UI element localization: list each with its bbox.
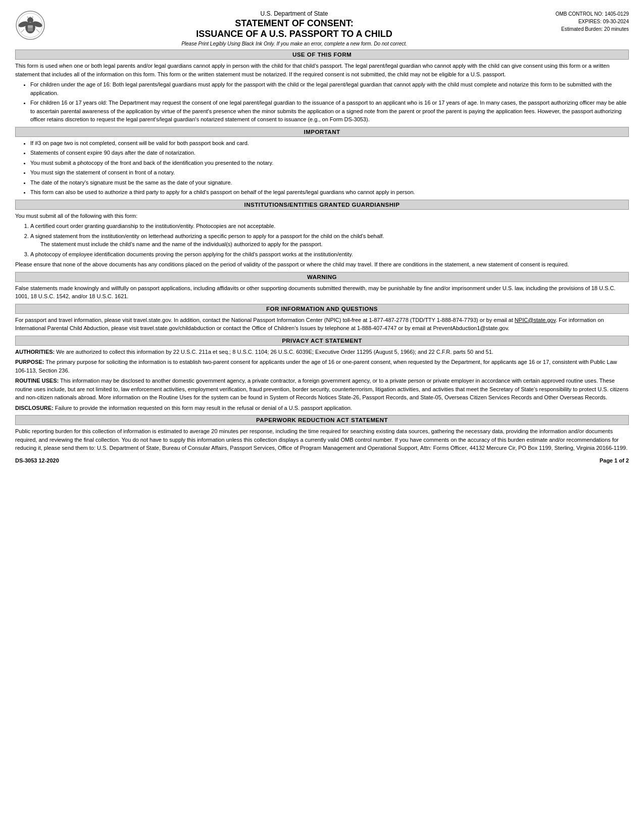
- institutions-list: A certified court order granting guardia…: [30, 222, 629, 258]
- information-content: For passport and travel information, ple…: [15, 316, 629, 333]
- omb-control: OMB CONTROL NO: 1405-0129: [538, 10, 629, 18]
- bullet1-text: For children under the age of 16: Both l…: [30, 81, 612, 96]
- disclosure-label: DISCLOSURE:: [15, 405, 54, 411]
- important-item-3: You must submit a photocopy of the front…: [30, 159, 629, 167]
- form-title-2: ISSUANCE OF A U.S. PASSPORT TO A CHILD: [51, 29, 538, 39]
- privacy-purpose: PURPOSE: The primary purpose for solicit…: [15, 358, 629, 375]
- information-text: For passport and travel information, ple…: [15, 316, 629, 333]
- use-of-form-bullet-2: For children 16 or 17 years old: The Dep…: [30, 99, 629, 124]
- warning-text: False statements made knowingly and will…: [15, 284, 629, 301]
- institutions-item-3: A photocopy of employee identification d…: [30, 250, 629, 259]
- department-seal: ★ ★ ★: [15, 10, 45, 40]
- department-name: U.S. Department of State: [51, 10, 538, 17]
- institutions-intro: You must submit all of the following wit…: [15, 212, 629, 220]
- header-area: ★ ★ ★ U.S. Department of State STATEMENT…: [15, 10, 629, 47]
- bullet2-text: For children 16 or 17 years old: The Dep…: [30, 100, 626, 122]
- header-center: U.S. Department of State STATEMENT OF CO…: [51, 10, 538, 47]
- important-header: IMPORTANT: [15, 127, 629, 137]
- institutions-note1: The statement must include the child's n…: [40, 241, 323, 247]
- use-of-form-list: For children under the age of 16: Both l…: [30, 80, 629, 124]
- purpose-label: PURPOSE:: [15, 359, 44, 365]
- form-subtitle: Please Print Legibly Using Black Ink Onl…: [51, 41, 538, 47]
- institutions-content: You must submit all of the following wit…: [15, 212, 629, 269]
- svg-text:★ ★ ★: ★ ★ ★: [27, 16, 34, 18]
- information-header: FOR INFORMATION AND QUESTIONS: [15, 304, 629, 314]
- form-number: DS-3053 12-2020: [15, 457, 59, 464]
- institutions-item-1: A certified court order granting guardia…: [30, 222, 629, 230]
- important-item-2: Statements of consent expire 90 days aft…: [30, 149, 629, 157]
- important-item-5: The date of the notary's signature must …: [30, 178, 629, 187]
- privacy-content: AUTHORITIES: We are authorized to collec…: [15, 348, 629, 412]
- use-of-form-bullet-1: For children under the age of 16: Both l…: [30, 80, 629, 97]
- institutions-header: INSTITUTIONS/ENTITIES GRANTED GUARDIANSH…: [15, 200, 629, 210]
- svg-line-11: [36, 29, 39, 32]
- important-list: If #3 on page two is not completed, cons…: [30, 139, 629, 197]
- institutions-item-2: A signed statement from the institution/…: [30, 232, 629, 249]
- important-item-6: This form can also be used to authorize …: [30, 188, 629, 197]
- omb-info: OMB CONTROL NO: 1405-0129 EXPIRES: 09-30…: [538, 10, 629, 33]
- footer: DS-3053 12-2020 Page 1 of 2: [15, 457, 629, 464]
- use-of-form-header: USE OF THIS FORM: [15, 50, 629, 60]
- npic-email: NPIC@state.gov: [515, 317, 556, 323]
- svg-line-10: [21, 29, 24, 32]
- important-content: If #3 on page two is not completed, cons…: [15, 139, 629, 197]
- use-of-form-text: This form is used when one or both legal…: [15, 62, 629, 78]
- warning-header: WARNING: [15, 272, 629, 282]
- institutions-note2: Please ensure that none of the above doc…: [15, 260, 629, 269]
- svg-rect-8: [28, 25, 33, 28]
- paperwork-content: Public reporting burden for this collect…: [15, 427, 629, 452]
- form-title-1: STATEMENT OF CONSENT:: [51, 18, 538, 29]
- privacy-header: PRIVACY ACT STATEMENT: [15, 336, 629, 346]
- privacy-authorities: AUTHORITIES: We are authorized to collec…: [15, 348, 629, 356]
- use-of-form-intro: This form is used when one or both legal…: [15, 62, 629, 124]
- privacy-routine: ROUTINE USES: This information may be di…: [15, 377, 629, 402]
- warning-content: False statements made knowingly and will…: [15, 284, 629, 301]
- paperwork-text: Public reporting burden for this collect…: [15, 427, 629, 452]
- routine-label: ROUTINE USES:: [15, 378, 59, 384]
- page-number: Page 1 of 2: [600, 457, 629, 464]
- paperwork-header: PAPERWORK REDUCTION ACT STATEMENT: [15, 415, 629, 425]
- important-item-1: If #3 on page two is not completed, cons…: [30, 139, 629, 148]
- important-item-4: You must sign the statement of consent i…: [30, 168, 629, 177]
- authorities-label: AUTHORITIES:: [15, 349, 55, 355]
- omb-burden: Estimated Burden: 20 minutes: [538, 25, 629, 33]
- omb-expires: EXPIRES: 09-30-2024: [538, 18, 629, 25]
- privacy-disclosure: DISCLOSURE: Failure to provide the infor…: [15, 404, 629, 412]
